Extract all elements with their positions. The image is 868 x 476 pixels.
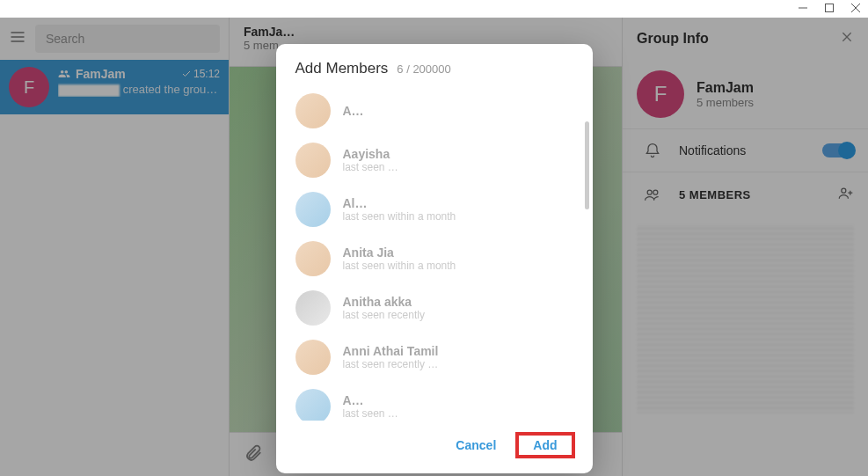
contact-status: last seen … bbox=[343, 161, 398, 173]
contact-item[interactable]: A… bbox=[276, 86, 593, 135]
contact-name: Anni Athai Tamil bbox=[343, 344, 439, 358]
contact-status: last seen … bbox=[343, 407, 398, 420]
contact-status: last seen recently … bbox=[343, 358, 439, 370]
contact-item[interactable]: A…last seen … bbox=[276, 382, 593, 421]
contact-status: last seen recently bbox=[343, 309, 425, 321]
minimize-button[interactable] bbox=[798, 1, 808, 17]
contact-name: Anita Jia bbox=[343, 245, 456, 260]
contact-name: Aayisha bbox=[343, 147, 398, 161]
scrollbar[interactable] bbox=[585, 121, 589, 209]
avatar bbox=[295, 290, 331, 326]
add-button[interactable]: Add bbox=[522, 433, 567, 458]
contact-item[interactable]: Al…last seen within a month bbox=[276, 185, 593, 234]
contact-name: A… bbox=[343, 393, 398, 407]
contact-status: last seen within a month bbox=[343, 260, 456, 272]
modal-header: Add Members 6 / 200000 bbox=[276, 44, 593, 86]
avatar bbox=[295, 192, 331, 227]
contact-name: Anitha akka bbox=[343, 295, 425, 309]
window-titlebar bbox=[0, 0, 868, 18]
modal-count: 6 / 200000 bbox=[397, 62, 450, 76]
contacts-list[interactable]: A… Aayishalast seen … Al…last seen withi… bbox=[276, 86, 593, 421]
svg-rect-1 bbox=[826, 4, 834, 12]
contact-item[interactable]: Anita Jialast seen within a month bbox=[276, 234, 593, 283]
maximize-button[interactable] bbox=[824, 1, 835, 17]
contact-name: A… bbox=[343, 104, 364, 118]
contact-status: last seen within a month bbox=[343, 210, 456, 223]
modal-overlay[interactable]: Add Members 6 / 200000 A… Aayishalast se… bbox=[0, 18, 868, 476]
add-members-modal: Add Members 6 / 200000 A… Aayishalast se… bbox=[276, 44, 593, 473]
avatar bbox=[295, 143, 331, 178]
contact-name: Al… bbox=[343, 196, 456, 210]
avatar bbox=[295, 93, 331, 128]
contact-item[interactable]: Aayishalast seen … bbox=[276, 135, 593, 185]
modal-footer: Cancel Add bbox=[276, 421, 593, 473]
app-shell: Search F FamJam 15:12 created the grou… bbox=[0, 18, 868, 476]
contact-item[interactable]: Anitha akkalast seen recently bbox=[276, 283, 593, 333]
avatar bbox=[295, 340, 331, 375]
add-button-highlight: Add bbox=[515, 432, 574, 458]
cancel-button[interactable]: Cancel bbox=[443, 431, 508, 459]
modal-title: Add Members bbox=[295, 60, 389, 77]
contact-item[interactable]: Anni Athai Tamillast seen recently … bbox=[276, 333, 593, 382]
close-window-button[interactable] bbox=[850, 1, 861, 17]
avatar bbox=[295, 241, 331, 276]
avatar bbox=[295, 389, 331, 421]
